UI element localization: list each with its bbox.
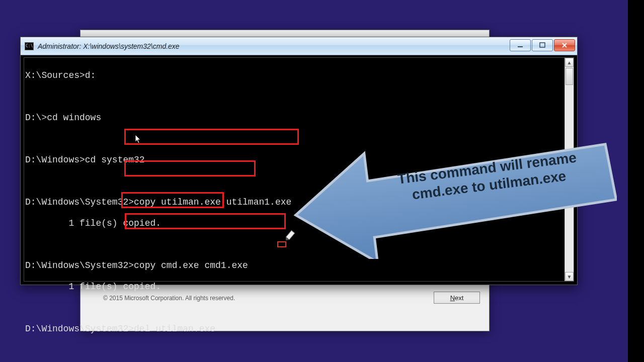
term-line: D:\Windows\System32>copy cmd.exe cmd1.ex… (25, 260, 564, 271)
maximize-icon (539, 42, 546, 49)
term-line: D:\>cd windows (25, 113, 564, 123)
desktop-background: © 2015 Microsoft Corporation. All rights… (0, 0, 628, 362)
maximize-button[interactable] (532, 39, 553, 51)
scroll-down-button[interactable]: ▼ (565, 272, 574, 281)
terminal-body: X:\Sources>d: D:\>cd windows D:\Windows>… (24, 57, 574, 282)
term-line: D:\Windows\System32>del utilman.exe (25, 324, 564, 334)
svg-rect-1 (540, 43, 545, 47)
svg-rect-0 (518, 46, 523, 47)
window-controls (510, 39, 575, 51)
term-line: 1 file(s) copied. (25, 218, 564, 229)
term-line: 1 file(s) copied. (25, 282, 564, 292)
close-button[interactable] (554, 39, 575, 51)
cmd-icon (25, 42, 34, 50)
terminal-output[interactable]: X:\Sources>d: D:\>cd windows D:\Windows>… (24, 58, 565, 281)
scroll-up-button[interactable]: ▲ (565, 58, 574, 67)
titlebar[interactable]: Administrator: X:\windows\system32\cmd.e… (21, 37, 577, 55)
scroll-thumb[interactable] (566, 68, 573, 85)
term-line: D:\Windows\System32>copy utilman.exe uti… (25, 197, 564, 208)
term-line: X:\Sources>d: (25, 70, 564, 81)
vertical-scrollbar[interactable]: ▲ ▼ (565, 58, 574, 281)
window-title: Administrator: X:\windows\system32\cmd.e… (38, 42, 180, 50)
minimize-button[interactable] (510, 39, 531, 51)
close-icon (561, 42, 568, 49)
term-line: D:\Windows>cd system32 (25, 155, 564, 165)
minimize-icon (517, 42, 524, 49)
annotation-small-box (277, 241, 286, 247)
cmd-window: Administrator: X:\windows\system32\cmd.e… (20, 37, 578, 285)
